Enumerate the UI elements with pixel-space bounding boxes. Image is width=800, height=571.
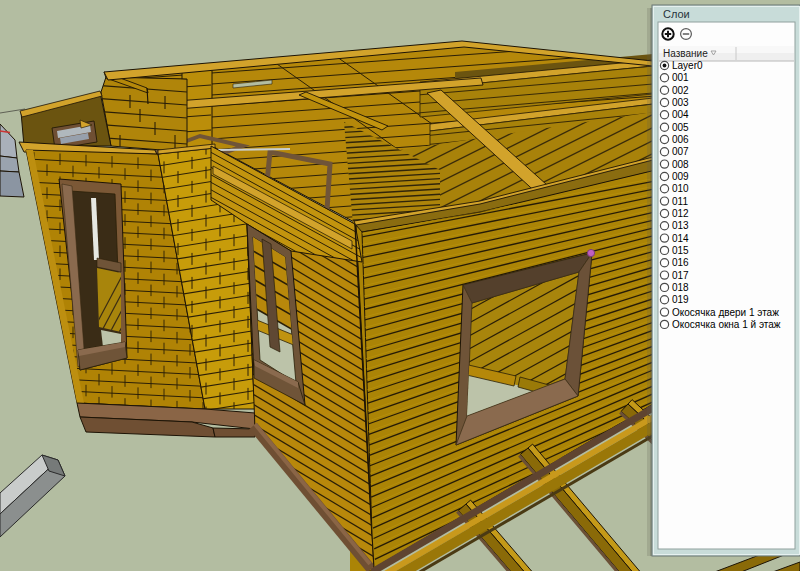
svg-text:012: 012: [672, 208, 689, 219]
svg-text:011: 011: [672, 196, 688, 207]
svg-text:005: 005: [672, 122, 689, 133]
svg-text:003: 003: [672, 97, 689, 108]
svg-text:008: 008: [672, 159, 689, 170]
svg-text:015: 015: [672, 245, 689, 256]
svg-text:013: 013: [672, 220, 689, 231]
svg-text:Слои: Слои: [663, 8, 690, 20]
svg-text:007: 007: [672, 146, 689, 157]
svg-text:016: 016: [672, 257, 689, 268]
svg-text:009: 009: [672, 171, 689, 182]
svg-text:010: 010: [672, 183, 689, 194]
svg-text:Layer0: Layer0: [672, 60, 703, 71]
svg-text:018: 018: [672, 282, 689, 293]
svg-text:Окосячка двери 1 этаж: Окосячка двери 1 этаж: [672, 307, 779, 318]
svg-text:Окосячка окна 1 й этаж: Окосячка окна 1 й этаж: [672, 319, 781, 330]
svg-text:019: 019: [672, 294, 689, 305]
svg-text:002: 002: [672, 85, 689, 96]
svg-text:004: 004: [672, 109, 689, 120]
svg-text:014: 014: [672, 233, 689, 244]
svg-text:001: 001: [672, 72, 689, 83]
svg-text:017: 017: [672, 270, 689, 281]
svg-text:Название: Название: [663, 48, 708, 59]
svg-text:006: 006: [672, 134, 689, 145]
